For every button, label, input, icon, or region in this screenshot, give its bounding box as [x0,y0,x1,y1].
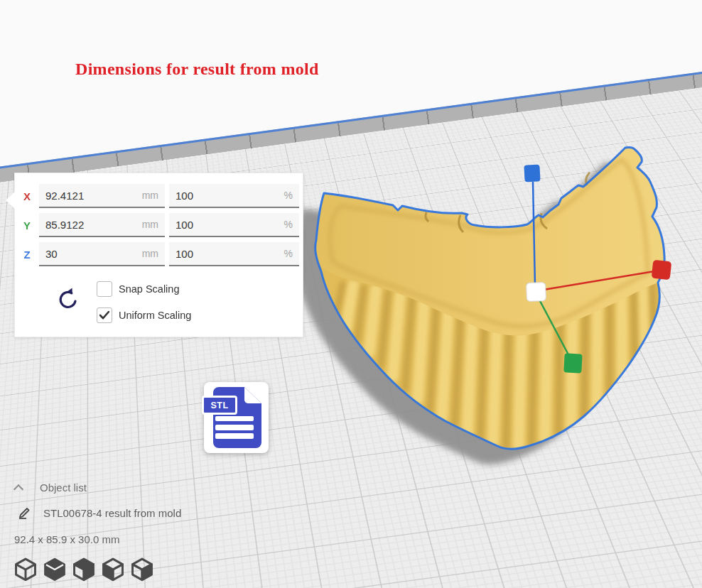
view-3d-button[interactable] [13,557,38,582]
view-front-button[interactable] [42,557,68,582]
z-percent-unit: % [284,248,293,259]
collapse-chevron-icon [14,484,23,492]
view-right-button[interactable] [129,557,155,582]
y-percent-unit: % [284,219,293,230]
object-list-item[interactable]: STL00678-4 result from mold [18,506,181,519]
scale-row-z: Z 30 mm 100 % [15,241,299,267]
x-size-value: 92.4121 [45,190,142,202]
scale-panel: X 92.4121 mm 100 % Y 85.9122 mm 100 % Z [14,173,303,337]
uniform-scaling-label: Uniform Scaling [119,310,191,321]
snap-scaling-label: Snap Scaling [119,283,179,295]
object-name: STL00678-4 result from mold [43,507,181,519]
x-percent-unit: % [284,190,293,201]
x-percent-field[interactable]: 100 % [169,184,299,208]
z-size-field[interactable]: 30 mm [39,242,165,266]
scale-row-y: Y 85.9122 mm 100 % [15,212,299,238]
gizmo-y-handle[interactable] [563,353,582,373]
axis-x-label: X [15,190,39,202]
view-left-icon [101,557,125,582]
axis-z-label: Z [15,249,39,261]
object-list-header[interactable]: Object list [14,481,87,494]
snap-scaling-row: Snap Scaling [97,281,179,297]
snap-scaling-checkbox[interactable] [97,281,112,297]
model-butterfly[interactable] [315,148,664,450]
stl-file-tile[interactable]: STL [204,382,269,453]
y-percent-value: 100 [176,219,284,231]
camera-view-toolbar [13,557,155,582]
y-size-field[interactable]: 85.9122 mm [39,213,165,237]
view-top-icon [72,557,96,582]
x-size-field[interactable]: 92.4121 mm [39,184,165,208]
stl-document-icon [204,382,269,453]
checkmark-icon [99,311,109,320]
uniform-scaling-row: Uniform Scaling [97,307,191,323]
z-percent-field[interactable]: 100 % [169,242,299,266]
axis-y-label: Y [15,219,39,232]
z-size-value: 30 [45,248,142,260]
view-right-icon [130,557,154,582]
gizmo-x-handle[interactable] [652,260,672,281]
view-front-icon [43,557,67,582]
y-size-unit: mm [142,219,158,230]
x-percent-value: 100 [176,190,284,202]
uniform-scaling-checkbox[interactable] [97,307,112,323]
view-top-button[interactable] [71,557,97,582]
y-percent-field[interactable]: 100 % [169,213,299,237]
pencil-icon [18,506,31,519]
scale-row-x: X 92.4121 mm 100 % [15,183,299,209]
page-title: Dimensions for result from mold [75,60,319,79]
view-left-button[interactable] [100,557,126,582]
panel-pointer [6,191,16,209]
cura-workspace: Dimensions for result from mold X 92.412… [0,0,702,588]
gizmo-z-handle[interactable] [524,164,540,182]
object-list-title: Object list [40,481,87,494]
reset-icon [55,285,83,314]
x-size-unit: mm [142,190,158,201]
reset-scale-button[interactable] [55,285,83,314]
gizmo-center-handle[interactable] [526,283,546,302]
z-percent-value: 100 [176,248,284,260]
stl-badge: STL [202,396,237,415]
view-3d-icon [14,557,38,582]
y-size-value: 85.9122 [45,219,142,231]
model-dimensions-readout: 92.4 x 85.9 x 30.0 mm [14,533,119,545]
z-size-unit: mm [142,248,158,259]
